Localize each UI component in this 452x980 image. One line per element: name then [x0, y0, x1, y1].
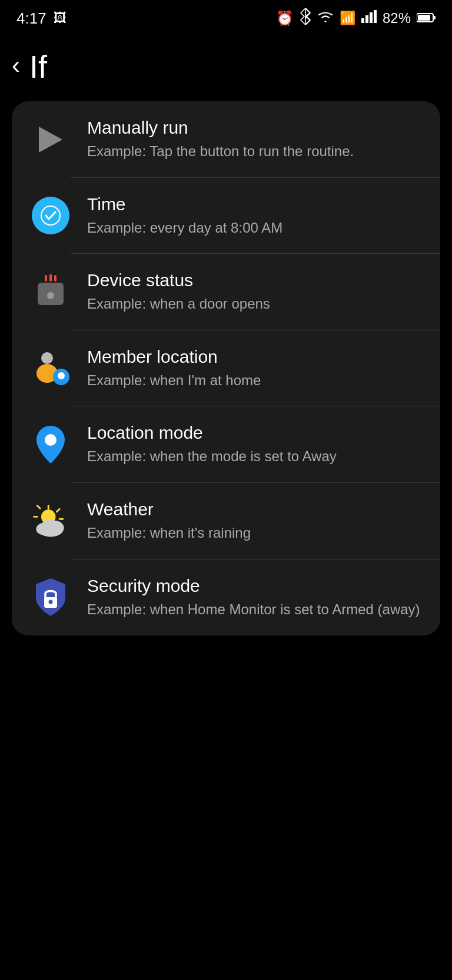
signal-bars-icon	[361, 10, 377, 27]
svg-rect-7	[374, 10, 377, 23]
device-status-item[interactable]: Device status Example: when a door opens	[12, 254, 440, 330]
svg-line-27	[37, 505, 40, 508]
wifi-icon	[317, 10, 334, 27]
status-bar: 4:17 🖼 ⏰ 📶	[0, 0, 452, 34]
member-location-text: Member location Example: when I'm at hom…	[87, 347, 421, 390]
svg-rect-6	[370, 12, 373, 23]
location-mode-subtitle: Example: when the mode is set to Away	[87, 446, 421, 466]
time-icon	[32, 197, 69, 234]
member-location-icon-wrap	[31, 349, 71, 389]
device-status-icon	[32, 274, 69, 310]
time-icon-wrap	[31, 196, 71, 236]
member-location-item[interactable]: Member location Example: when I'm at hom…	[12, 330, 440, 407]
device-status-text: Device status Example: when a door opens	[87, 270, 421, 314]
page-title: If	[29, 48, 47, 85]
weather-icon-wrap	[31, 501, 71, 541]
battery-percent: 82%	[383, 10, 411, 27]
svg-point-11	[41, 206, 60, 225]
time-title: Time	[87, 194, 421, 214]
svg-line-25	[56, 509, 59, 512]
svg-point-22	[45, 434, 56, 446]
security-mode-title: Security mode	[87, 576, 421, 596]
time-text: Time Example: every day at 8:00 AM	[87, 194, 421, 238]
member-location-icon	[31, 349, 71, 389]
location-mode-item[interactable]: Location mode Example: when the mode is …	[12, 406, 440, 483]
security-mode-item[interactable]: Security mode Example: when Home Monitor…	[12, 559, 440, 636]
device-status-icon-wrap	[31, 272, 71, 312]
device-status-title: Device status	[87, 270, 421, 290]
manually-run-icon-wrap	[31, 120, 71, 160]
svg-line-1	[305, 13, 310, 16]
gallery-icon: 🖼	[54, 11, 67, 26]
svg-rect-9	[418, 15, 430, 21]
security-mode-subtitle: Example: when Home Monitor is set to Arm…	[87, 600, 421, 620]
bluetooth-icon	[300, 8, 311, 28]
options-card: Manually run Example: Tap the button to …	[12, 101, 440, 635]
svg-rect-5	[365, 15, 368, 23]
call-icon: 📶	[340, 11, 355, 26]
svg-line-0	[305, 8, 310, 13]
svg-point-32	[42, 519, 57, 532]
weather-text: Weather Example: when it's raining	[87, 499, 421, 543]
status-time: 4:17	[16, 9, 46, 28]
member-location-subtitle: Example: when I'm at home	[87, 370, 421, 390]
svg-line-3	[305, 20, 310, 25]
security-mode-icon-wrap	[31, 577, 71, 617]
manually-run-subtitle: Example: Tap the button to run the routi…	[87, 141, 421, 161]
weather-subtitle: Example: when it's raining	[87, 523, 421, 543]
svg-point-16	[47, 292, 54, 299]
location-mode-text: Location mode Example: when the mode is …	[87, 423, 421, 466]
svg-line-2	[305, 16, 310, 20]
location-mode-icon	[34, 425, 67, 465]
alarm-icon: ⏰	[276, 10, 294, 27]
weather-title: Weather	[87, 499, 421, 519]
manually-run-title: Manually run	[87, 118, 421, 138]
security-mode-icon	[34, 577, 68, 617]
svg-point-34	[49, 600, 53, 604]
svg-rect-10	[434, 16, 436, 19]
time-item[interactable]: Time Example: every day at 8:00 AM	[12, 178, 440, 254]
security-mode-text: Security mode Example: when Home Monitor…	[87, 576, 421, 620]
location-mode-title: Location mode	[87, 423, 421, 443]
weather-icon	[31, 504, 71, 539]
play-icon	[39, 127, 62, 153]
back-button[interactable]: ‹	[12, 53, 20, 78]
manually-run-item[interactable]: Manually run Example: Tap the button to …	[12, 101, 440, 178]
weather-item[interactable]: Weather Example: when it's raining	[12, 483, 440, 559]
svg-point-17	[41, 352, 53, 364]
svg-rect-4	[361, 18, 364, 23]
time-subtitle: Example: every day at 8:00 AM	[87, 218, 421, 238]
svg-point-20	[58, 372, 65, 379]
location-mode-icon-wrap	[31, 425, 71, 465]
manually-run-text: Manually run Example: Tap the button to …	[87, 118, 421, 161]
header: ‹ If	[0, 34, 452, 101]
battery-icon	[417, 10, 436, 27]
device-status-subtitle: Example: when a door opens	[87, 294, 421, 314]
member-location-title: Member location	[87, 347, 421, 367]
